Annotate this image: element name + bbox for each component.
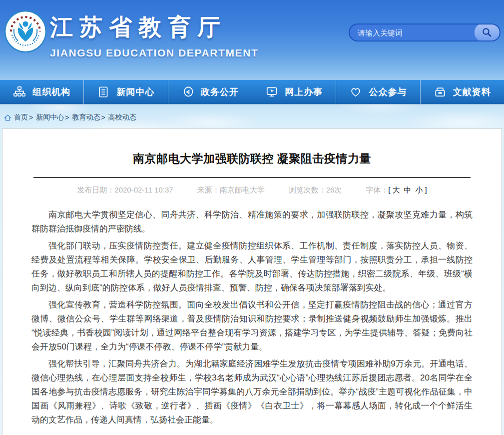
breadcrumb-home[interactable]: 首页: [14, 113, 28, 122]
nav-item-organization[interactable]: 组织机构: [0, 80, 83, 104]
title-divider: [33, 177, 471, 178]
nav-item-news[interactable]: 新闻中心: [83, 80, 167, 104]
font-bracket-close: ]: [425, 186, 427, 194]
online-service-icon: [265, 86, 278, 98]
breadcrumb: 首页> 新闻中心> 教育动态> 高校动态: [4, 112, 137, 123]
home-icon: [4, 114, 11, 122]
search-icon: [481, 26, 493, 38]
font-bracket-open: [: [388, 186, 390, 194]
nav-item-documents[interactable]: 文献资料: [420, 80, 504, 104]
nav-item-participation[interactable]: 公众参与: [336, 80, 420, 104]
disclosure-icon: [181, 86, 194, 98]
font-size-control: 字体：[大中小]: [366, 186, 427, 195]
article-paragraph: 强化帮扶引导，汇聚同舟共济合力。为湖北籍家庭经济困难学生发放抗击疫情专项困难补助…: [31, 357, 473, 427]
site-search: [349, 24, 501, 42]
heart-icon: [349, 86, 362, 98]
article-title: 南京邮电大学加强联防联控 凝聚阻击疫情力量: [31, 151, 473, 166]
article-body: 南京邮电大学贯彻坚定信心、同舟共济、科学防治、精准施策的要求，加强联防联控，凝聚…: [31, 208, 473, 427]
site-subtitle: JIANGSU EDUCATION DEPARTMENT: [50, 47, 258, 59]
font-size-large-button[interactable]: 大: [393, 186, 400, 194]
breadcrumb-education-trends[interactable]: 教育动态: [72, 113, 100, 122]
site-header: 江苏省教育厅 JIANGSU EDUCATION DEPARTMENT: [0, 0, 504, 80]
nav-item-online-services[interactable]: 网上办事: [252, 80, 336, 104]
article-paragraph: 强化部门联动，压实疫情防控责任。建立健全疫情防控组织体系、工作机制、责任制度，落…: [31, 239, 473, 295]
site-logo[interactable]: [4, 10, 47, 53]
font-size-small-button[interactable]: 小: [416, 186, 423, 194]
archive-icon: [434, 86, 447, 98]
news-doc-icon: [97, 86, 110, 98]
search-input[interactable]: [350, 28, 475, 37]
publish-date: 发布日期：2020-02-11 10:37: [77, 186, 173, 195]
breadcrumb-separator: >: [29, 114, 33, 122]
nav-label: 政务公开: [201, 86, 239, 98]
brand-block: 江苏省教育厅 JIANGSU EDUCATION DEPARTMENT: [50, 12, 258, 59]
article-paragraph: 强化宣传教育，营造科学防控氛围。面向全校发出倡议书和公开信，坚定打赢疫情防控阻击…: [31, 298, 473, 354]
breadcrumb-separator: >: [101, 114, 105, 122]
article-panel: 南京邮电大学加强联防联控 凝聚阻击疫情力量 发布日期：2020-02-11 10…: [2, 128, 502, 435]
site-title: 江苏省教育厅: [50, 12, 258, 43]
nav-label: 文献资料: [453, 86, 491, 98]
main-nav: 组织机构 新闻中心 政务公开 网上办事 公众参与: [0, 80, 504, 104]
view-count: 浏览次数：26次: [289, 186, 342, 195]
org-chart-icon: [13, 86, 26, 98]
search-button[interactable]: [475, 24, 500, 42]
nav-label: 公众参与: [369, 86, 407, 98]
font-size-medium-button[interactable]: 中: [404, 186, 412, 194]
breadcrumb-separator: >: [65, 114, 69, 122]
article-meta: 发布日期：2020-02-11 10:37 来源：南京邮电大学 浏览次数：26次…: [31, 186, 473, 195]
article-source: 来源：南京邮电大学: [197, 186, 265, 195]
jiangsu-education-emblem-icon: [4, 10, 47, 53]
font-size-label: 字体：: [366, 186, 388, 194]
breadcrumb-university-trends[interactable]: 高校动态: [108, 113, 136, 122]
nav-item-disclosure[interactable]: 政务公开: [168, 80, 252, 104]
nav-label: 组织机构: [32, 86, 70, 98]
nav-label: 网上办事: [285, 86, 323, 98]
nav-label: 新闻中心: [116, 86, 154, 98]
article-paragraph: 南京邮电大学贯彻坚定信心、同舟共济、科学防治、精准施策的要求，加强联防联控，凝聚…: [31, 208, 473, 236]
breadcrumb-news-center[interactable]: 新闻中心: [36, 113, 64, 122]
